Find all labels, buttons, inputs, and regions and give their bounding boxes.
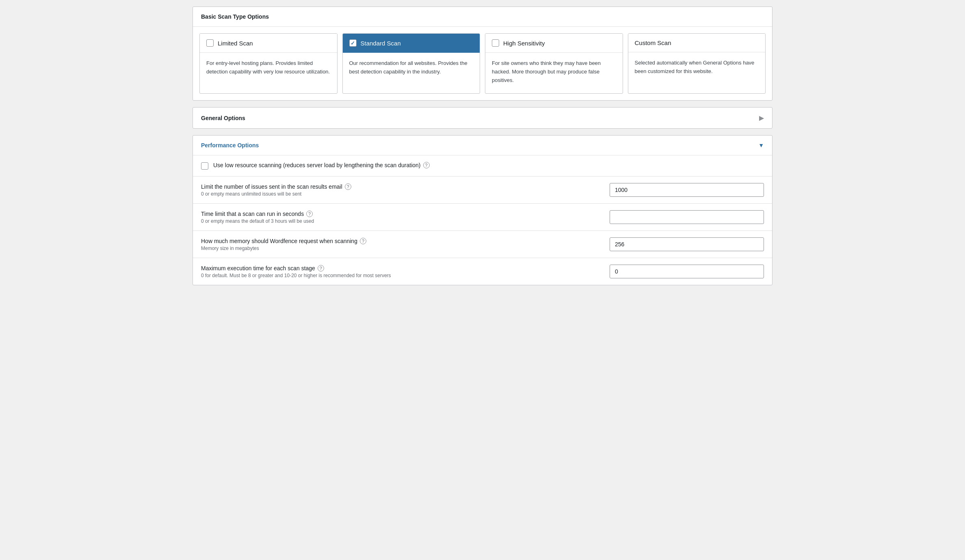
limit-issues-text-group: Limit the number of issues sent in the s… bbox=[201, 183, 602, 197]
scan-option-high-sensitivity[interactable]: ✓ High Sensitivity For site owners who t… bbox=[485, 33, 623, 94]
limit-issues-input[interactable] bbox=[610, 183, 764, 197]
time-limit-sublabel: 0 or empty means the default of 3 hours … bbox=[201, 218, 602, 224]
standard-scan-checkbox[interactable]: ✓ bbox=[349, 39, 357, 47]
standard-scan-checkmark: ✓ bbox=[351, 40, 355, 46]
high-sensitivity-label: High Sensitivity bbox=[503, 40, 545, 47]
memory-text-group: How much memory should Wordfence request… bbox=[201, 238, 602, 251]
scan-option-custom-header[interactable]: Custom Scan bbox=[628, 34, 766, 52]
general-options-header[interactable]: General Options ▶ bbox=[193, 108, 772, 128]
high-sensitivity-checkbox[interactable]: ✓ bbox=[492, 39, 499, 47]
low-resource-checkbox[interactable] bbox=[201, 162, 208, 170]
general-options-chevron-icon: ▶ bbox=[759, 114, 764, 122]
low-resource-container: Use low resource scanning (reduces serve… bbox=[201, 162, 764, 170]
execution-time-row: Maximum execution time for each scan sta… bbox=[193, 258, 772, 285]
limit-issues-label: Limit the number of issues sent in the s… bbox=[201, 183, 602, 190]
execution-time-input[interactable] bbox=[610, 265, 764, 278]
custom-scan-description: Selected automatically when General Opti… bbox=[628, 52, 766, 93]
low-resource-row: Use low resource scanning (reduces serve… bbox=[193, 155, 772, 177]
basic-scan-title: Basic Scan Type Options bbox=[201, 13, 269, 20]
time-limit-help-icon[interactable]: ? bbox=[306, 211, 313, 217]
time-limit-text-group: Time limit that a scan can run in second… bbox=[201, 211, 602, 224]
limited-scan-label: Limited Scan bbox=[218, 40, 253, 47]
limit-issues-row: Limit the number of issues sent in the s… bbox=[193, 177, 772, 204]
page-wrapper: Basic Scan Type Options ✓ Limited Scan F… bbox=[186, 0, 779, 298]
limit-issues-help-icon[interactable]: ? bbox=[345, 183, 351, 190]
scan-option-high-sensitivity-header[interactable]: ✓ High Sensitivity bbox=[485, 34, 623, 53]
time-limit-label: Time limit that a scan can run in second… bbox=[201, 211, 602, 217]
performance-options-title: Performance Options bbox=[201, 142, 259, 149]
low-resource-label: Use low resource scanning (reduces serve… bbox=[213, 162, 764, 168]
limited-scan-description: For entry-level hosting plans. Provides … bbox=[200, 53, 337, 93]
low-resource-label-group: Use low resource scanning (reduces serve… bbox=[213, 162, 764, 168]
general-options-title: General Options bbox=[201, 115, 245, 121]
memory-help-icon[interactable]: ? bbox=[360, 238, 366, 244]
time-limit-input[interactable] bbox=[610, 210, 764, 224]
memory-label: How much memory should Wordfence request… bbox=[201, 238, 602, 244]
time-limit-row: Time limit that a scan can run in second… bbox=[193, 204, 772, 231]
low-resource-help-icon[interactable]: ? bbox=[423, 162, 430, 168]
memory-row: How much memory should Wordfence request… bbox=[193, 231, 772, 258]
custom-scan-label: Custom Scan bbox=[635, 39, 671, 46]
scan-option-standard[interactable]: ✓ Standard Scan Our recommendation for a… bbox=[342, 33, 480, 94]
scan-option-limited[interactable]: ✓ Limited Scan For entry-level hosting p… bbox=[199, 33, 338, 94]
execution-time-sublabel: 0 for default. Must be 8 or greater and … bbox=[201, 273, 602, 278]
performance-options-header[interactable]: Performance Options ▼ bbox=[193, 136, 772, 155]
execution-time-label: Maximum execution time for each scan sta… bbox=[201, 265, 602, 271]
limited-scan-checkbox[interactable]: ✓ bbox=[206, 39, 214, 47]
performance-options-section: Performance Options ▼ Use low resource s… bbox=[193, 135, 772, 285]
memory-sublabel: Memory size in megabytes bbox=[201, 246, 602, 251]
standard-scan-description: Our recommendation for all websites. Pro… bbox=[343, 53, 480, 93]
limit-issues-sublabel: 0 or empty means unlimited issues will b… bbox=[201, 191, 602, 197]
scan-option-standard-header[interactable]: ✓ Standard Scan bbox=[343, 34, 480, 53]
scan-option-limited-header[interactable]: ✓ Limited Scan bbox=[200, 34, 337, 53]
memory-input[interactable] bbox=[610, 237, 764, 251]
basic-scan-header: Basic Scan Type Options bbox=[193, 7, 772, 27]
scan-option-custom[interactable]: Custom Scan Selected automatically when … bbox=[628, 33, 766, 94]
high-sensitivity-description: For site owners who think they may have … bbox=[485, 53, 623, 93]
basic-scan-section: Basic Scan Type Options ✓ Limited Scan F… bbox=[193, 6, 772, 101]
performance-options-chevron-icon: ▼ bbox=[758, 142, 764, 149]
execution-time-help-icon[interactable]: ? bbox=[318, 265, 324, 271]
execution-time-text-group: Maximum execution time for each scan sta… bbox=[201, 265, 602, 278]
scan-options-grid: ✓ Limited Scan For entry-level hosting p… bbox=[193, 27, 772, 100]
standard-scan-label: Standard Scan bbox=[361, 40, 401, 47]
general-options-section: General Options ▶ bbox=[193, 107, 772, 129]
